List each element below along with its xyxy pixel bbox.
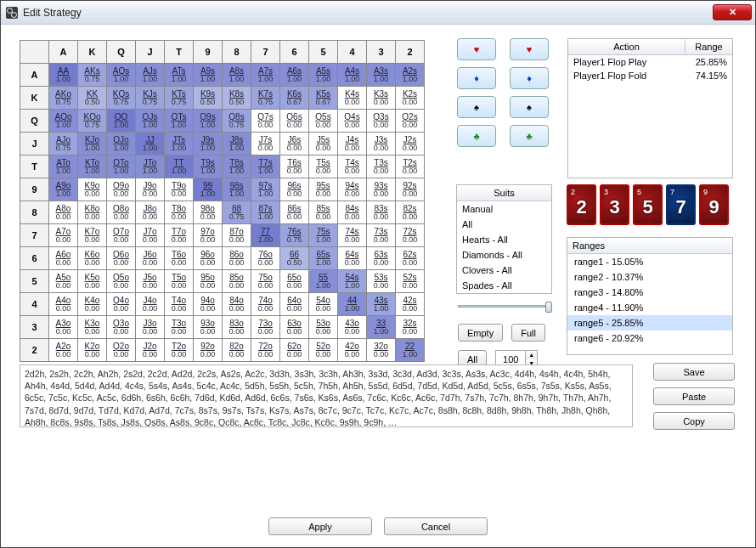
hand-cell[interactable]: 54o0.00 — [309, 293, 338, 316]
hand-cell[interactable]: 92s0.00 — [396, 178, 425, 201]
hand-cell[interactable]: 98s1.00 — [223, 178, 251, 201]
hand-cell[interactable]: 72o0.00 — [251, 339, 280, 362]
action-list[interactable]: Player1 Flop Play25.85%Player1 Flop Fold… — [568, 55, 732, 178]
hand-cell[interactable]: J8o0.00 — [136, 201, 165, 224]
hand-cell[interactable]: AQs1.00 — [107, 64, 136, 87]
hand-cell[interactable]: 83o0.00 — [223, 316, 251, 339]
hand-cell[interactable]: 82o0.00 — [223, 339, 251, 362]
hand-cell[interactable]: 72s0.00 — [396, 224, 425, 247]
hand-cell[interactable]: J3s0.00 — [367, 133, 396, 155]
hand-cell[interactable]: K6o0.00 — [78, 247, 107, 270]
hand-cell[interactable]: 63s0.00 — [367, 247, 396, 270]
heart-suit-button[interactable]: ♥ — [457, 38, 496, 60]
hand-cell[interactable]: K7o0.00 — [78, 224, 107, 247]
hand-cell[interactable]: AA1.00 — [49, 64, 78, 87]
hand-cell[interactable]: JTs1.00 — [165, 133, 194, 155]
hand-cell[interactable]: K7s0.75 — [251, 87, 280, 110]
hand-cell[interactable]: J5s0.00 — [309, 133, 338, 155]
hand-cell[interactable]: 991.00 — [194, 178, 223, 201]
hand-cell[interactable]: Q9o0.00 — [107, 178, 136, 201]
hand-cell[interactable]: J8s1.00 — [223, 133, 251, 155]
hand-cell[interactable]: A7s1.00 — [251, 64, 280, 87]
hand-cell[interactable]: 42o0.00 — [338, 339, 367, 362]
hand-cell[interactable]: A6o0.00 — [49, 247, 78, 270]
hand-cell[interactable]: 74s0.00 — [338, 224, 367, 247]
hand-cell[interactable]: 93s0.00 — [367, 178, 396, 201]
ranges-list[interactable]: range1 - 15.05%range2 - 10.37%range3 - 1… — [567, 254, 732, 354]
combo-textbox[interactable]: 2d2h, 2s2h, 2c2h, Ah2h, 2s2d, 2c2d, Ad2d… — [20, 364, 633, 427]
hand-cell[interactable]: A2s1.00 — [396, 64, 425, 87]
hand-cell[interactable]: AKo0.75 — [49, 87, 78, 110]
hand-cell[interactable]: 43s1.00 — [367, 293, 396, 316]
hand-cell[interactable]: 65o0.00 — [280, 270, 309, 293]
hand-cell[interactable]: T8s1.00 — [223, 155, 251, 178]
diamond-suit-button[interactable]: ♦ — [457, 67, 496, 89]
hand-cell[interactable]: KQo0.75 — [78, 110, 107, 133]
hand-cell[interactable]: Q5s0.00 — [309, 110, 338, 133]
hand-cell[interactable]: Q8o0.00 — [107, 201, 136, 224]
hand-cell[interactable]: 52s0.00 — [396, 270, 425, 293]
hand-cell[interactable]: A7o0.00 — [49, 224, 78, 247]
hand-cell[interactable]: 42s0.00 — [396, 293, 425, 316]
slider-thumb[interactable] — [545, 302, 552, 313]
hand-cell[interactable]: 75o0.00 — [251, 270, 280, 293]
hand-cell[interactable]: A8s1.00 — [223, 64, 251, 87]
hand-cell[interactable]: 82s0.00 — [396, 201, 425, 224]
hand-cell[interactable]: J6o0.00 — [136, 247, 165, 270]
hand-cell[interactable]: QJo1.00 — [107, 133, 136, 155]
hand-cell[interactable]: A8o0.00 — [49, 201, 78, 224]
hand-cell[interactable]: 76o0.00 — [251, 247, 280, 270]
hand-cell[interactable]: T4o0.00 — [165, 293, 194, 316]
save-button[interactable]: Save — [653, 363, 735, 381]
hand-cell[interactable]: A5s1.00 — [309, 64, 338, 87]
hand-cell[interactable]: K4o0.00 — [78, 293, 107, 316]
hand-cell[interactable]: 84o0.00 — [223, 293, 251, 316]
hand-cell[interactable]: 53o0.00 — [309, 316, 338, 339]
hand-cell[interactable]: Q8s0.75 — [223, 110, 251, 133]
hand-cell[interactable]: KTo1.00 — [78, 155, 107, 178]
hand-cell[interactable]: A3o0.00 — [49, 316, 78, 339]
hand-cell[interactable]: 551.00 — [309, 270, 338, 293]
hand-cell[interactable]: K2s0.00 — [396, 87, 425, 110]
heart-suit-button[interactable]: ♥ — [510, 38, 549, 60]
hand-cell[interactable]: A2o0.00 — [49, 339, 78, 362]
spade-suit-button[interactable]: ♠ — [510, 96, 549, 118]
hand-cell[interactable]: ATo1.00 — [49, 155, 78, 178]
suit-mode-item[interactable]: Diamonds - All — [457, 247, 551, 263]
range-item[interactable]: range2 - 10.37% — [567, 269, 732, 285]
hand-cell[interactable]: 83s0.00 — [367, 201, 396, 224]
club-suit-button[interactable]: ♣ — [510, 125, 549, 147]
hand-cell[interactable]: 74o0.00 — [251, 293, 280, 316]
hand-cell[interactable]: K3o0.00 — [78, 316, 107, 339]
hand-cell[interactable]: 98o0.00 — [194, 201, 223, 224]
hand-cell[interactable]: T3o0.00 — [165, 316, 194, 339]
hand-cell[interactable]: T8o0.00 — [165, 201, 194, 224]
hand-cell[interactable]: 771.00 — [251, 224, 280, 247]
action-row[interactable]: Player1 Flop Fold74.15% — [568, 69, 732, 82]
hand-cell[interactable]: QTo1.00 — [107, 155, 136, 178]
hand-cell[interactable]: J3o0.00 — [136, 316, 165, 339]
hand-cell[interactable]: K5s0.67 — [309, 87, 338, 110]
hand-cell[interactable]: KTs0.75 — [165, 87, 194, 110]
hand-cell[interactable]: 221.00 — [396, 339, 425, 362]
hand-cell[interactable]: 65s1.00 — [309, 247, 338, 270]
hand-cell[interactable]: J2o0.00 — [136, 339, 165, 362]
hand-cell[interactable]: T5o0.00 — [165, 270, 194, 293]
range-item[interactable]: range6 - 20.92% — [567, 330, 732, 346]
titlebar[interactable]: Edit Strategy ✕ — [1, 1, 755, 25]
hand-cell[interactable]: JJ1.00 — [136, 133, 165, 155]
hand-cell[interactable]: 96o0.00 — [194, 247, 223, 270]
hand-cell[interactable]: QTs1.00 — [165, 110, 194, 133]
hand-cell[interactable]: 94s0.00 — [338, 178, 367, 201]
hand-cell[interactable]: 64s0.00 — [338, 247, 367, 270]
hand-cell[interactable]: Q5o0.00 — [107, 270, 136, 293]
hand-cell[interactable]: 95s0.00 — [309, 178, 338, 201]
hand-cell[interactable]: K9o0.00 — [78, 178, 107, 201]
hand-cell[interactable]: Q6s0.00 — [280, 110, 309, 133]
hand-cell[interactable]: KJs0.75 — [136, 87, 165, 110]
hand-cell[interactable]: 32o0.00 — [367, 339, 396, 362]
hand-cell[interactable]: 331.00 — [367, 316, 396, 339]
suit-mode-item[interactable]: Spades - All — [457, 278, 551, 293]
hand-cell[interactable]: 64o0.00 — [280, 293, 309, 316]
spade-suit-button[interactable]: ♠ — [457, 96, 496, 118]
